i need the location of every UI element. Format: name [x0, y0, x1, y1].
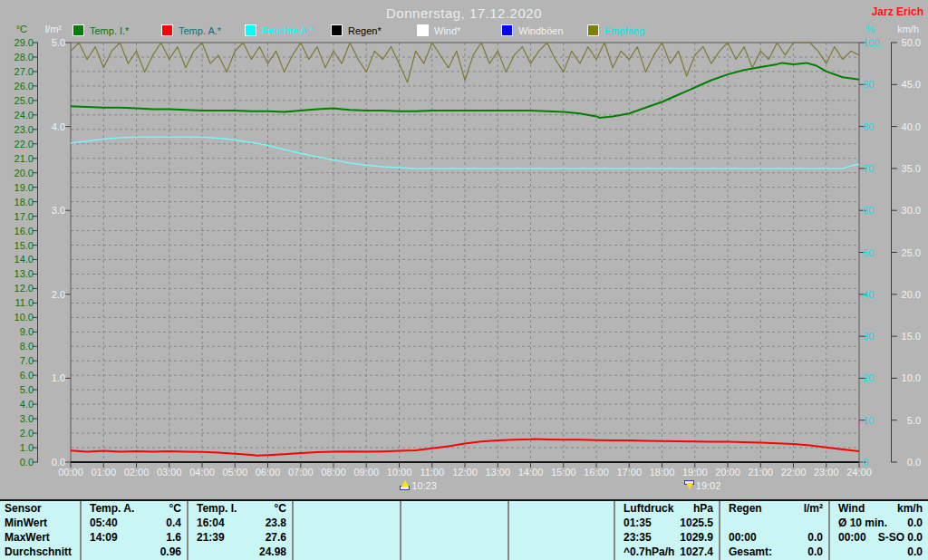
legend-label: Feuchte A.* [262, 25, 314, 36]
station-name: Jarz Erich [872, 5, 923, 18]
axis-tick-label: 1.0 [0, 442, 34, 453]
table-cell: 27.6 [266, 530, 286, 545]
axis-tick-label: 27.0 [0, 66, 34, 77]
axis-tick-label: 01:00 [85, 467, 121, 478]
axis-tick-label: 15:00 [546, 467, 582, 478]
axis-tick-label: 18.0 [0, 197, 34, 208]
table-cell: 23.8 [266, 516, 286, 530]
table-cell: 1025.5 [680, 516, 713, 530]
table-row-label: Durchschnitt [0, 545, 80, 559]
axis-tick-label: 24.0 [0, 110, 34, 121]
table-cell: Regen [729, 501, 762, 516]
rise-time-label: 10:23 [411, 480, 437, 491]
table-header-row: Temp. A.°C [82, 501, 187, 516]
axis-tick-label: 09:00 [348, 467, 384, 478]
set-time-marker: 19:02 [684, 479, 721, 491]
axis-tick-label: 1.0 [36, 372, 65, 383]
legend-swatch [331, 24, 343, 36]
axis-tick-label: 16:00 [578, 467, 614, 478]
table-cell: 21:39 [197, 530, 225, 545]
table-data-row: 21:3927.6 [188, 530, 292, 545]
axis-tick-label: 2.0 [36, 289, 65, 300]
axis-tick-label: 21:00 [742, 467, 778, 478]
axis-tick-label: 0.0 [890, 457, 921, 468]
table-cell: Luftdruck [624, 501, 673, 516]
table-cell: 1.6 [166, 530, 181, 545]
axis-tick-label: 0.0 [0, 457, 34, 468]
axis-tick-label: 3.0 [0, 413, 34, 424]
axis-tick-label: 25.0 [0, 95, 34, 106]
table-data-row [509, 516, 614, 530]
axis-tick-label: 14:00 [513, 467, 549, 478]
axis-tick-label: 02:00 [119, 467, 155, 478]
table-cell: 0.4 [166, 516, 181, 530]
table-section-tempi: Temp. I.°C16:0423.821:3927.624.98 [187, 501, 292, 560]
table-cell: 01:35 [624, 516, 652, 530]
table-cell: 24.98 [259, 545, 286, 559]
table-cell: Wind [838, 501, 865, 516]
table-header-row: Regenl/m² [720, 501, 828, 516]
table-cell: 0.96 [160, 545, 181, 559]
axis-tick-label: 23.0 [0, 124, 34, 135]
table-data-row: 14:091.6 [82, 530, 187, 545]
axis-tick-label: 28.0 [0, 52, 34, 63]
legend-item: Windböen [501, 24, 564, 36]
legend-label: Regen* [348, 25, 382, 36]
axis-tick-label: 2.0 [0, 428, 34, 439]
axis-tick-label: 26.0 [0, 81, 34, 92]
axis-tick-label: 50 [863, 247, 874, 258]
axis-tick-label: 08:00 [315, 467, 352, 478]
table-cell: ^0.7hPa/h [624, 545, 674, 559]
table-cell: °C [169, 501, 181, 516]
table-header-row [401, 501, 508, 516]
axis-tick-label: 5.0 [890, 415, 921, 426]
table-row-label: MinWert [0, 516, 80, 530]
legend-item: Regen* [331, 24, 382, 36]
axis-tick-label: 35.0 [890, 163, 921, 174]
axis-tick-label: 21.0 [0, 153, 34, 164]
axis-tick-label: 05:00 [217, 467, 253, 478]
legend-label: Empfang [604, 25, 644, 36]
axis-tick-label: 50.0 [890, 37, 921, 48]
legend-item: Temp. I.* [72, 24, 129, 36]
table-cell: S-SO 0.0 [878, 530, 923, 545]
axis-tick-label: 60 [863, 205, 874, 216]
weather-day-chart: Donnerstag, 17.12.2020 Jarz Erich °C l/m… [0, 0, 928, 560]
legend-swatch [72, 24, 84, 36]
table-cell: Ø 10 min. [838, 516, 887, 530]
table-cell: 0.0 [907, 516, 923, 530]
axis-tick-label: 24:00 [841, 467, 877, 478]
table-header-row: LuftdruckhPa [615, 501, 719, 516]
axis-tick-label: 25.0 [890, 247, 921, 258]
axis-tick-label: 07:00 [283, 467, 319, 478]
table-section-regen: Regenl/m²00:000.0Gesamt:0.0 [719, 501, 828, 560]
axis-tick-label: 30.0 [890, 205, 921, 216]
legend-swatch [587, 24, 599, 36]
table-cell: 00:00 [838, 530, 866, 545]
legend-swatch [161, 24, 173, 36]
table-cell: 16:04 [197, 516, 225, 530]
axis-tick-label: 45.0 [890, 79, 921, 90]
table-cell: Temp. I. [197, 501, 237, 516]
legend-label: Wind* [434, 25, 460, 36]
axis-tick-label: 100 [863, 37, 879, 48]
table-row-label: MaxWert [0, 530, 80, 545]
legend-label: Windböen [518, 25, 564, 36]
table-data-row [294, 530, 400, 545]
axis-tick-label: 13:00 [479, 467, 516, 478]
axis-tick-label: 10:00 [382, 467, 418, 478]
axis-tick-label: 12:00 [447, 467, 483, 478]
table-data-row: Gesamt:0.0 [720, 545, 828, 559]
axis-tick-label: 03:00 [151, 467, 188, 478]
axis-tick-label: 10 [863, 415, 874, 426]
table-cell: 14:09 [90, 530, 118, 545]
axis-tick-label: 29.0 [0, 37, 34, 48]
axis-tick-label: 12.0 [0, 283, 34, 294]
table-row-label: Sensor [0, 501, 80, 516]
table-data-row: 23:351029.9 [615, 530, 719, 545]
table-cell: 0.0 [807, 545, 823, 559]
legend-swatch [501, 24, 513, 36]
axis-tick-label: 22:00 [776, 467, 812, 478]
table-data-row: 0.96 [82, 545, 187, 559]
table-cell: Gesamt: [729, 545, 772, 559]
